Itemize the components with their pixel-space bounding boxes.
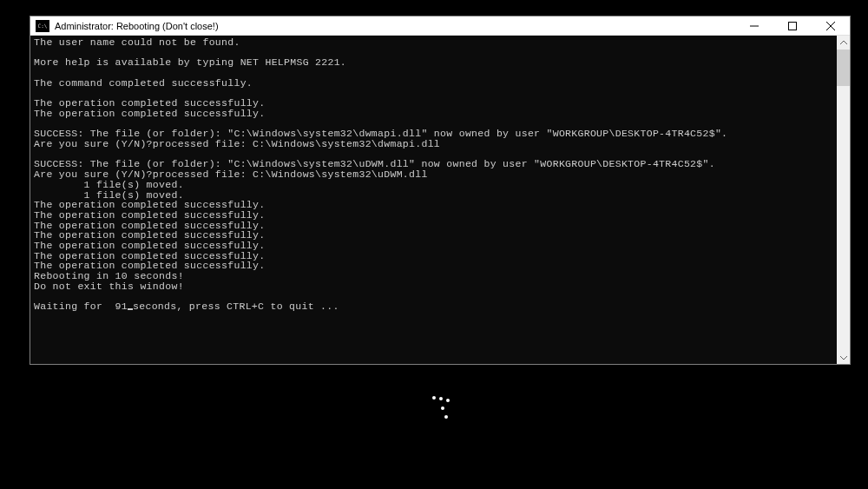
terminal-output[interactable]: The user name could not be found. More h… (30, 36, 837, 364)
titlebar[interactable]: Administrator: Rebooting (Don't close!) (30, 17, 850, 36)
command-prompt-window: Administrator: Rebooting (Don't close!) … (30, 16, 851, 365)
scroll-up-arrow[interactable] (837, 36, 850, 49)
window-controls (735, 17, 850, 35)
vertical-scrollbar[interactable] (837, 36, 850, 364)
cmd-icon (36, 20, 49, 32)
scroll-down-arrow[interactable] (837, 351, 850, 364)
loading-spinner (425, 396, 457, 427)
window-title: Administrator: Rebooting (Don't close!) (55, 21, 735, 31)
maximize-button[interactable] (773, 17, 812, 35)
svg-rect-1 (789, 22, 797, 30)
content-area: The user name could not be found. More h… (30, 36, 850, 364)
scroll-thumb[interactable] (837, 50, 850, 86)
close-button[interactable] (812, 17, 850, 35)
minimize-button[interactable] (735, 17, 773, 35)
